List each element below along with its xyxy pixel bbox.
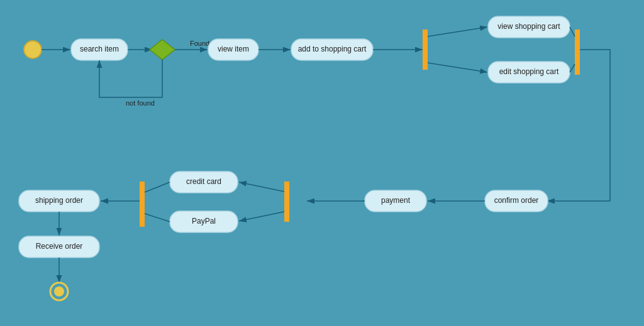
view-shopping-cart-label: view shopping cart	[497, 22, 560, 31]
credit-card-label: credit card	[186, 177, 221, 186]
not-found-label: not found	[126, 99, 155, 107]
confirm-order-label: confirm order	[494, 196, 539, 205]
start-node	[24, 41, 42, 58]
shipping-order-label: shipping order	[35, 196, 83, 205]
join-bar-1	[575, 30, 580, 75]
join-bar-2	[140, 182, 145, 227]
paypal-label: PayPal	[192, 217, 216, 225]
fork-bar-1	[423, 30, 428, 70]
found-label: Found	[190, 40, 209, 47]
end-node-inner	[54, 286, 64, 296]
view-item-label: view item	[218, 45, 249, 53]
payment-label: payment	[381, 196, 411, 205]
search-item-label: search item	[80, 45, 119, 53]
edit-shopping-cart-label: edit shopping cart	[499, 67, 559, 76]
fork-bar-2	[284, 182, 289, 222]
receive-order-label: Receive order	[36, 242, 83, 251]
add-shopping-cart-label: add to shopping cart	[298, 45, 367, 53]
